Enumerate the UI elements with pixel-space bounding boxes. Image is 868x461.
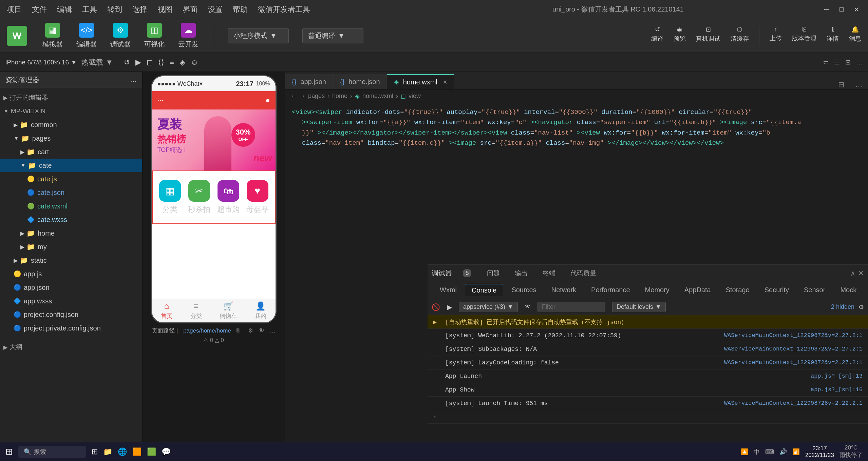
toolbar-simulator[interactable]: ▦ 模拟器	[41, 23, 64, 49]
devtools-tab-console[interactable]: Console	[465, 284, 503, 296]
phone-nav-cart[interactable]: 🛒 购物车	[220, 301, 237, 320]
editor-secondary-icon-2[interactable]: ☰	[834, 58, 840, 66]
devtools-tab-storage[interactable]: Storage	[719, 284, 756, 296]
devtools-tab-security[interactable]: Security	[758, 284, 796, 296]
devtools-terminal-tab[interactable]: 终端	[538, 267, 560, 279]
menu-item-settings[interactable]: 设置	[208, 4, 223, 15]
taskbar-search[interactable]: 🔍 搜索	[18, 446, 86, 458]
context-eye-icon[interactable]: 👁	[525, 303, 531, 310]
devtools-collapse-icon[interactable]: ∧	[850, 269, 855, 277]
taskbar-start-btn[interactable]: ⊞	[5, 446, 13, 457]
console-source-1[interactable]: WAServiceMainContext_12299872&v=2.27.2:1	[724, 332, 863, 339]
secondary-toolbar-btn-2[interactable]: ▶	[135, 58, 141, 67]
taskbar-app2-icon[interactable]: 🟩	[147, 447, 156, 456]
secondary-toolbar-btn-7[interactable]: ☺	[191, 58, 198, 67]
menu-item-view[interactable]: 视图	[157, 4, 172, 15]
tree-folder-pages[interactable]: ▼📁 pages	[0, 132, 142, 145]
toolbar-editor[interactable]: </> 编辑器	[75, 23, 98, 49]
taskbar-clock[interactable]: 23:17 2022/11/23	[805, 445, 834, 459]
secondary-toolbar-btn-5[interactable]: ≡	[170, 58, 174, 67]
toolbar-cloud[interactable]: ☁ 云开发	[176, 23, 200, 49]
devtools-toggle-icon[interactable]: ▶	[447, 303, 452, 311]
tree-root[interactable]: ▼ MP-WEIXIN	[0, 104, 142, 118]
toolbar-clear-cache-btn[interactable]: ⬡ 清缓存	[731, 26, 749, 46]
console-source-4[interactable]: app.js?_[sm]:13	[811, 373, 863, 379]
toolbar-detail-btn[interactable]: ℹ 详情	[827, 26, 839, 46]
tree-folder-static[interactable]: ▶📁 static	[0, 254, 142, 267]
window-minimize-button[interactable]: ─	[822, 5, 831, 14]
tree-folder-common[interactable]: ▶📁 common	[0, 118, 142, 132]
taskbar-keyboard-icon[interactable]: ⌨	[765, 448, 774, 456]
taskbar-speaker-icon[interactable]: 🔊	[779, 448, 787, 456]
menu-item-wechat[interactable]: 微信开发者工具	[258, 4, 310, 15]
tree-folder-my[interactable]: ▶📁 my	[0, 240, 142, 254]
toolbar-upload-btn[interactable]: ↑ 上传	[770, 26, 782, 46]
phone-nav-category[interactable]: ≡ 分类	[190, 301, 202, 320]
menu-item-edit[interactable]: 编辑	[57, 4, 72, 15]
file-panel-menu-icon[interactable]: …	[130, 76, 137, 84]
window-close-button[interactable]: ✕	[852, 5, 861, 14]
editor-split-icon[interactable]: ⊟	[833, 80, 850, 89]
eye-icon[interactable]: 👁	[259, 327, 264, 334]
mode-select[interactable]: 小程序模式 ▼	[228, 28, 289, 43]
copy-path-icon[interactable]: ⎘	[237, 327, 240, 334]
tab-home-wxml[interactable]: ◈ home.wxml ✕	[387, 74, 454, 89]
devtools-tab-performance[interactable]: Performance	[584, 284, 637, 296]
level-select[interactable]: Default levels ▼	[612, 302, 666, 312]
phone-grid-item-0[interactable]: ▦ 分类	[155, 177, 185, 218]
devtools-output-tab[interactable]: 输出	[510, 267, 532, 279]
tree-file-cate-js[interactable]: 🟡 cate.js	[0, 172, 142, 186]
devtools-close-icon[interactable]: ✕	[858, 269, 864, 277]
devtools-tab-appdata[interactable]: AppData	[678, 284, 718, 296]
editor-secondary-icon-1[interactable]: ⇌	[823, 58, 829, 66]
tree-file-cate-wxss[interactable]: 🔷 cate.wxss	[0, 213, 142, 226]
tab-home-json[interactable]: {} home.json	[333, 74, 387, 89]
phone-nav-home[interactable]: ⌂ 首页	[161, 301, 172, 320]
secondary-toolbar-btn-3[interactable]: ◻	[147, 58, 153, 67]
toolbar-preview-btn[interactable]: ◉ 预览	[674, 26, 686, 46]
tree-file-app-json[interactable]: 🔵 app.json	[0, 281, 142, 294]
tree-section-open-editors[interactable]: ▶ 打开的编辑器	[0, 91, 142, 104]
toolbar-compile-btn[interactable]: ↺ 编译	[651, 26, 663, 46]
toolbar-debugger[interactable]: ⚙ 调试器	[109, 23, 132, 49]
console-source-2[interactable]: WAServiceMainContext_12299872&v=2.27.2:1	[724, 346, 863, 352]
console-filter-input[interactable]	[537, 302, 605, 312]
secondary-toolbar-btn-4[interactable]: ⟨⟩	[158, 58, 164, 67]
tree-file-project-private[interactable]: 🔵 project.private.config.json	[0, 321, 142, 335]
taskbar-network-icon[interactable]: 📶	[792, 448, 800, 456]
tree-file-app-wxss[interactable]: 🔷 app.wxss	[0, 294, 142, 308]
devtools-right-settings[interactable]: ⚙	[858, 303, 864, 311]
taskbar-notification-icon[interactable]: 🔼	[741, 448, 748, 456]
devtools-tab-wxml[interactable]: Wxml	[433, 284, 464, 296]
editor-secondary-icon-4[interactable]: …	[856, 59, 863, 66]
devtools-clear-icon[interactable]: 🚫	[432, 303, 440, 311]
breadcrumb-nav-fwd[interactable]: →	[299, 93, 305, 100]
console-source-5[interactable]: app.js?_[sm]:16	[811, 386, 863, 393]
phone-grid-item-1[interactable]: ✂ 秒杀拍	[185, 177, 214, 218]
console-cursor-row[interactable]: ›	[428, 410, 868, 424]
menu-item-select[interactable]: 选择	[132, 4, 147, 15]
context-select[interactable]: appservice (#3) ▼	[459, 302, 518, 312]
toolbar-real-debug-btn[interactable]: ⊡ 真机调试	[696, 26, 720, 46]
phone-grid-item-3[interactable]: ♥ 母婴品	[243, 177, 272, 218]
menu-item-tools[interactable]: 工具	[82, 4, 97, 15]
compile-select[interactable]: 普通编译 ▼	[302, 28, 363, 43]
console-source-6[interactable]: WAServiceMainContext_122998728v-2.22.2.1	[724, 400, 863, 406]
tree-folder-cart[interactable]: ▶📁 cart	[0, 145, 142, 159]
devtools-tab-network[interactable]: Network	[545, 284, 583, 296]
more-icon[interactable]: …	[270, 327, 276, 334]
breadcrumb-nav-back[interactable]: ←	[290, 93, 297, 100]
devtools-tab-more[interactable]: ▶	[865, 284, 868, 296]
toolbar-version-btn[interactable]: ⎘ 版本管理	[792, 26, 816, 46]
secondary-toolbar-btn-6[interactable]: ◈	[180, 58, 185, 67]
toolbar-visual[interactable]: ◫ 可视化	[143, 23, 166, 49]
tree-folder-home[interactable]: ▶📁 home	[0, 226, 142, 240]
settings-icon[interactable]: ⚙	[248, 327, 253, 334]
editor-secondary-icon-3[interactable]: ⊟	[845, 58, 851, 66]
tree-file-cate-wxml[interactable]: 🟢 cate.wxml	[0, 199, 142, 213]
secondary-toolbar-btn-1[interactable]: ↺	[124, 58, 130, 67]
window-maximize-button[interactable]: □	[837, 5, 846, 14]
devtools-code-quality-tab[interactable]: 代码质量	[566, 267, 601, 279]
toolbar-message-btn[interactable]: 🔔 消息	[849, 26, 861, 46]
menu-item-help[interactable]: 帮助	[233, 4, 248, 15]
